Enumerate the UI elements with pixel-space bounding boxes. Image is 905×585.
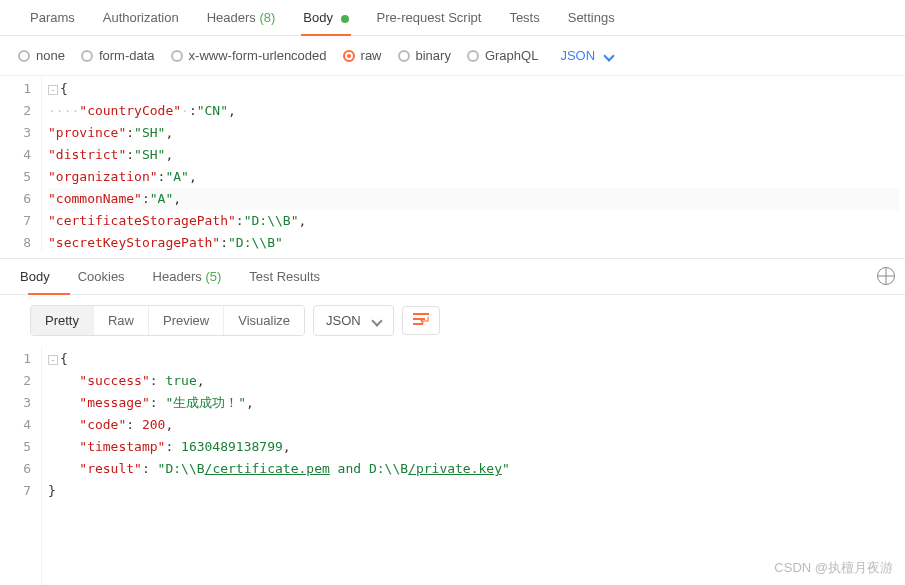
line-gutter: 1 2 3 4 5 6 7 8	[0, 76, 42, 252]
tab-prerequest[interactable]: Pre-request Script	[363, 0, 496, 35]
response-tab-headers-label: Headers	[153, 269, 202, 284]
radio-icon	[18, 50, 30, 62]
radio-icon	[171, 50, 183, 62]
response-tab-headers-count: (5)	[205, 269, 221, 284]
radio-raw[interactable]: raw	[343, 48, 382, 63]
wrap-lines-icon	[413, 313, 429, 325]
chevron-down-icon	[371, 315, 382, 326]
response-toolbar: Pretty Raw Preview Visualize JSON	[0, 295, 905, 346]
unsaved-dot-icon	[341, 15, 349, 23]
body-type-row: none form-data x-www-form-urlencoded raw…	[0, 36, 905, 76]
view-visualize-button[interactable]: Visualize	[224, 306, 304, 335]
radio-formdata-label: form-data	[99, 48, 155, 63]
globe-icon[interactable]	[877, 267, 895, 285]
tab-params[interactable]: Params	[16, 0, 89, 35]
radio-urlencoded-label: x-www-form-urlencoded	[189, 48, 327, 63]
response-body-editor[interactable]: 1 2 3 4 5 6 7 -{ "success": true, "messa…	[0, 346, 905, 585]
tab-settings[interactable]: Settings	[554, 0, 629, 35]
radio-icon	[398, 50, 410, 62]
fold-icon[interactable]: -	[48, 355, 58, 365]
wrap-lines-button[interactable]	[402, 306, 440, 335]
chevron-down-icon	[603, 50, 614, 61]
radio-binary-label: binary	[416, 48, 451, 63]
request-tabs: Params Authorization Headers (8) Body Pr…	[0, 0, 905, 36]
response-tab-test-results[interactable]: Test Results	[245, 259, 324, 294]
view-pretty-button[interactable]: Pretty	[31, 306, 94, 335]
view-raw-button[interactable]: Raw	[94, 306, 149, 335]
fold-icon[interactable]: -	[48, 85, 58, 95]
radio-graphql[interactable]: GraphQL	[467, 48, 538, 63]
code-area[interactable]: -{ ····"countryCode"·:"CN", "province":"…	[42, 76, 905, 252]
tab-body[interactable]: Body	[289, 0, 362, 35]
radio-icon	[467, 50, 479, 62]
code-area[interactable]: -{ "success": true, "message": "生成成功！", …	[42, 346, 905, 585]
radio-formdata[interactable]: form-data	[81, 48, 155, 63]
radio-none-label: none	[36, 48, 65, 63]
response-tabs: Body Cookies Headers (5) Test Results	[0, 258, 905, 295]
tab-authorization[interactable]: Authorization	[89, 0, 193, 35]
tab-headers-label: Headers	[207, 10, 256, 25]
radio-none[interactable]: none	[18, 48, 65, 63]
request-body-editor[interactable]: 1 2 3 4 5 6 7 8 -{ ····"countryCode"·:"C…	[0, 76, 905, 252]
raw-type-select[interactable]: JSON	[560, 48, 613, 63]
radio-icon	[343, 50, 355, 62]
radio-binary[interactable]: binary	[398, 48, 451, 63]
radio-urlencoded[interactable]: x-www-form-urlencoded	[171, 48, 327, 63]
response-format-select[interactable]: JSON	[313, 305, 394, 336]
view-mode-group: Pretty Raw Preview Visualize	[30, 305, 305, 336]
response-format-label: JSON	[326, 313, 361, 328]
radio-icon	[81, 50, 93, 62]
view-preview-button[interactable]: Preview	[149, 306, 224, 335]
tab-tests[interactable]: Tests	[495, 0, 553, 35]
watermark: CSDN @执檀月夜游	[774, 559, 893, 577]
tab-headers-count: (8)	[259, 10, 275, 25]
response-tab-body[interactable]: Body	[16, 259, 54, 294]
response-tab-cookies[interactable]: Cookies	[74, 259, 129, 294]
radio-graphql-label: GraphQL	[485, 48, 538, 63]
radio-raw-label: raw	[361, 48, 382, 63]
line-gutter: 1 2 3 4 5 6 7	[0, 346, 42, 585]
response-tab-headers[interactable]: Headers (5)	[149, 259, 226, 294]
tab-body-label: Body	[303, 10, 333, 25]
tab-headers[interactable]: Headers (8)	[193, 0, 290, 35]
raw-type-label: JSON	[560, 48, 595, 63]
